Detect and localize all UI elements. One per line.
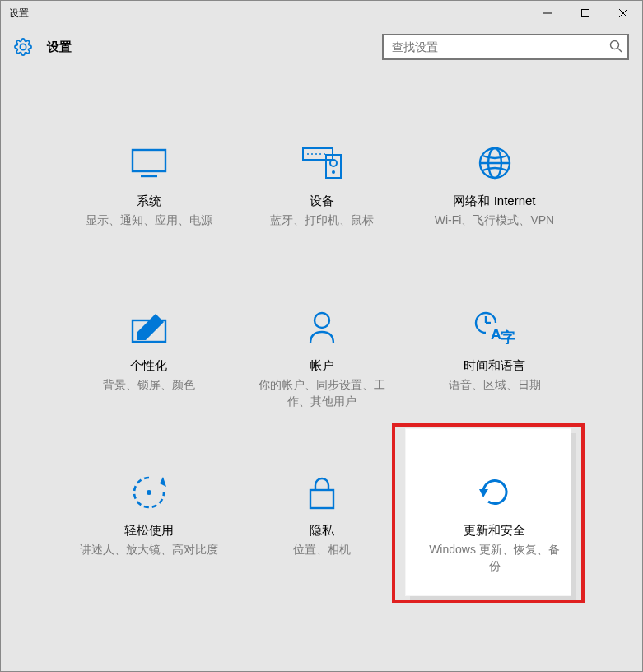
tile-accounts[interactable]: 帐户 你的帐户、同步设置、工作、其他用户 <box>240 307 404 439</box>
svg-point-12 <box>319 153 321 155</box>
settings-grid: 系统 显示、通知、应用、电源 设备 蓝牙、打印机、鼠标 <box>1 77 642 604</box>
tile-desc: Windows 更新、恢复、备份 <box>425 542 565 574</box>
tile-privacy[interactable]: 隐私 位置、相机 <box>240 472 404 604</box>
globe-icon <box>478 142 512 184</box>
tile-system[interactable]: 系统 显示、通知、应用、电源 <box>67 142 231 274</box>
tile-desc: 蓝牙、打印机、鼠标 <box>270 212 374 229</box>
maximize-button[interactable] <box>566 1 604 26</box>
close-icon <box>619 9 627 17</box>
tile-desc: 背景、锁屏、颜色 <box>103 377 195 394</box>
tile-title: 个性化 <box>130 358 167 374</box>
tile-desc: 讲述人、放大镜、高对比度 <box>80 542 218 558</box>
search-wrap <box>382 34 629 60</box>
search-icon[interactable] <box>609 40 622 56</box>
tile-network[interactable]: 网络和 Internet Wi-Fi、飞行模式、VPN <box>412 142 577 274</box>
tile-personalization[interactable]: 个性化 背景、锁屏、颜色 <box>67 307 231 439</box>
tile-ease-of-access[interactable]: 轻松使用 讲述人、放大镜、高对比度 <box>67 472 231 604</box>
tile-title: 隐私 <box>310 523 334 539</box>
svg-point-9 <box>307 153 309 155</box>
tile-title: 帐户 <box>310 358 334 374</box>
svg-point-4 <box>611 41 619 49</box>
svg-point-16 <box>332 170 335 174</box>
svg-point-10 <box>311 153 313 155</box>
tile-title: 设备 <box>310 194 334 209</box>
lock-icon <box>308 472 336 513</box>
display-icon <box>131 142 167 184</box>
svg-rect-28 <box>310 490 333 508</box>
paint-icon <box>131 307 167 348</box>
svg-marker-26 <box>160 477 166 487</box>
devices-icon <box>301 142 342 184</box>
window-controls <box>529 1 642 26</box>
tile-desc: 你的帐户、同步设置、工作、其他用户 <box>252 377 392 409</box>
tile-update-security[interactable]: 更新和安全 Windows 更新、恢复、备份 <box>412 472 577 604</box>
minimize-button[interactable] <box>529 1 566 26</box>
update-icon <box>477 472 513 513</box>
svg-point-11 <box>315 153 317 155</box>
search-input[interactable] <box>382 34 629 60</box>
person-icon <box>307 307 337 348</box>
svg-point-27 <box>147 490 151 495</box>
svg-point-21 <box>315 313 329 328</box>
maximize-icon <box>581 9 589 17</box>
tile-title: 轻松使用 <box>124 523 174 539</box>
svg-point-13 <box>324 153 325 155</box>
app-title: 设置 <box>47 40 72 55</box>
time-language-icon: A 字 <box>474 307 515 348</box>
svg-point-15 <box>330 160 337 166</box>
tile-desc: 位置、相机 <box>293 542 351 558</box>
svg-rect-1 <box>582 10 589 17</box>
svg-line-5 <box>618 49 622 53</box>
close-button[interactable] <box>604 1 642 26</box>
tile-desc: 语音、区域、日期 <box>449 377 541 394</box>
window-title: 设置 <box>9 7 29 21</box>
tile-time-language[interactable]: A 字 时间和语言 语音、区域、日期 <box>412 307 577 439</box>
tile-title: 网络和 Internet <box>453 194 535 209</box>
ease-of-access-icon <box>132 472 166 513</box>
tile-title: 系统 <box>137 194 161 209</box>
minimize-icon <box>543 9 552 17</box>
svg-rect-6 <box>133 150 165 171</box>
tile-title: 时间和语言 <box>464 358 525 374</box>
header: 设置 <box>1 26 642 77</box>
tile-title: 更新和安全 <box>464 523 525 539</box>
tile-devices[interactable]: 设备 蓝牙、打印机、鼠标 <box>240 142 404 274</box>
gear-icon <box>14 38 32 56</box>
tile-desc: Wi-Fi、飞行模式、VPN <box>435 212 554 229</box>
titlebar: 设置 <box>1 1 642 26</box>
tile-desc: 显示、通知、应用、电源 <box>86 212 212 229</box>
svg-text:字: 字 <box>501 329 515 344</box>
svg-marker-29 <box>479 489 488 497</box>
